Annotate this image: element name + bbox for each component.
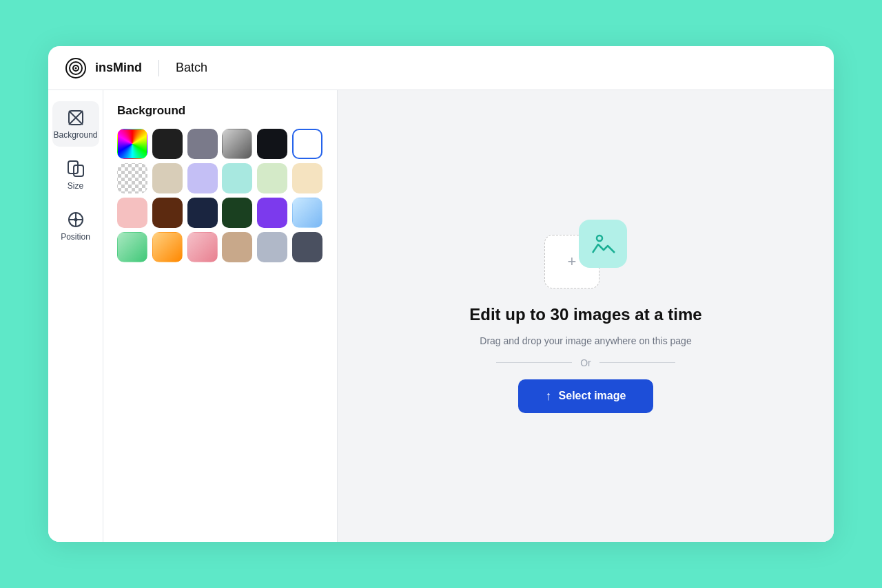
upload-area: + Edit up to 30 images at a time Drag an… bbox=[338, 90, 834, 542]
background-icon bbox=[66, 108, 85, 127]
panel-title: Background bbox=[117, 104, 323, 118]
swatch-cream[interactable] bbox=[152, 163, 183, 193]
swatch-light-green[interactable] bbox=[257, 163, 287, 193]
swatch-lavender[interactable] bbox=[187, 163, 218, 193]
swatch-green-grad[interactable] bbox=[117, 232, 147, 262]
sidebar-item-position[interactable]: Position bbox=[52, 203, 99, 249]
swatch-dark-gray[interactable] bbox=[292, 232, 322, 262]
swatch-white[interactable] bbox=[292, 129, 322, 159]
svg-point-12 bbox=[74, 218, 77, 222]
swatch-orange-grad[interactable] bbox=[152, 232, 183, 262]
main-area: Background Size bbox=[48, 90, 834, 542]
swatch-brown[interactable] bbox=[152, 198, 183, 228]
swatch-pink-grad[interactable] bbox=[187, 232, 218, 262]
or-divider: Or bbox=[496, 357, 675, 368]
sidebar-size-label: Size bbox=[68, 181, 83, 191]
swatch-dark-green[interactable] bbox=[222, 198, 252, 228]
upload-subtitle: Drag and drop your image anywhere on thi… bbox=[480, 335, 691, 346]
position-icon bbox=[66, 210, 85, 229]
upload-arrow-icon: ↑ bbox=[546, 389, 552, 403]
svg-point-3 bbox=[75, 67, 77, 69]
select-image-button[interactable]: ↑ Select image bbox=[518, 379, 654, 413]
swatch-near-black[interactable] bbox=[257, 129, 287, 159]
sidebar-icons: Background Size bbox=[48, 90, 103, 542]
swatch-peach[interactable] bbox=[292, 163, 322, 193]
swatch-pink[interactable] bbox=[117, 198, 147, 228]
app-window: insMind Batch Background bbox=[48, 46, 834, 542]
swatch-dark-blue[interactable] bbox=[187, 198, 218, 228]
sidebar-background-label: Background bbox=[53, 130, 97, 140]
upload-title: Edit up to 30 images at a time bbox=[469, 305, 701, 324]
swatch-transparent[interactable] bbox=[117, 163, 147, 193]
swatch-purple[interactable] bbox=[257, 198, 287, 228]
color-grid bbox=[117, 129, 323, 262]
background-panel: Background bbox=[103, 90, 338, 542]
header-divider bbox=[158, 60, 159, 76]
swatch-light-gray[interactable] bbox=[257, 232, 287, 262]
swatch-black1[interactable] bbox=[152, 129, 183, 159]
select-image-label: Select image bbox=[559, 390, 626, 402]
swatch-rainbow[interactable] bbox=[117, 129, 147, 159]
plus-icon: + bbox=[568, 254, 577, 269]
upload-icon-area: + bbox=[544, 220, 627, 288]
or-line-right bbox=[599, 362, 675, 363]
size-icon bbox=[66, 159, 85, 178]
swatch-gray1[interactable] bbox=[187, 129, 218, 159]
or-line-left bbox=[496, 362, 572, 363]
upload-image-icon bbox=[579, 220, 627, 268]
or-text: Or bbox=[580, 357, 591, 368]
logo-area: insMind Batch bbox=[65, 57, 207, 79]
sidebar-item-size[interactable]: Size bbox=[52, 152, 99, 198]
logo-icon bbox=[65, 57, 87, 79]
sidebar-position-label: Position bbox=[61, 232, 90, 242]
swatch-tan[interactable] bbox=[222, 232, 252, 262]
swatch-gray-gradient[interactable] bbox=[222, 129, 252, 159]
swatch-sky-blue-grad[interactable] bbox=[292, 198, 322, 228]
batch-label: Batch bbox=[176, 61, 207, 75]
sidebar-item-background[interactable]: Background bbox=[52, 101, 99, 147]
logo-name: insMind bbox=[95, 61, 142, 75]
header: insMind Batch bbox=[48, 46, 834, 90]
svg-point-13 bbox=[597, 235, 602, 241]
swatch-mint[interactable] bbox=[222, 163, 252, 193]
